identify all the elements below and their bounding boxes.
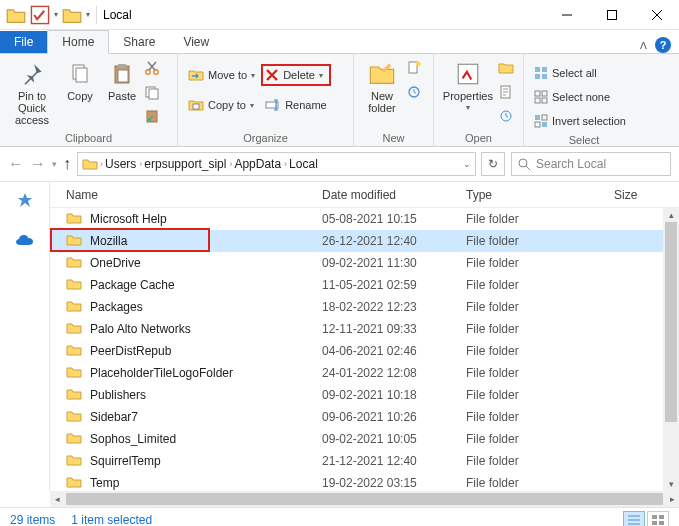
paste-button[interactable]: Paste [102,56,142,102]
minimize-button[interactable] [544,0,589,30]
group-label-select: Select [530,132,638,148]
tab-share[interactable]: Share [109,31,169,53]
details-view-button[interactable] [623,511,645,527]
table-row[interactable]: Package Cache11-05-2021 02:59File folder [50,274,679,296]
table-row[interactable]: Microsoft Help05-08-2021 10:15File folde… [50,208,679,230]
file-type: File folder [466,454,614,468]
table-row[interactable]: OneDrive09-02-2021 11:30File folder [50,252,679,274]
copy-to-icon [188,97,204,113]
file-name: PeerDistRepub [90,344,322,358]
table-row[interactable]: Temp19-02-2022 03:15File folder [50,472,679,491]
file-name: PlaceholderTileLogoFolder [90,366,322,380]
select-all-button[interactable]: Select all [530,62,630,84]
file-date: 04-06-2021 02:46 [322,344,466,358]
maximize-button[interactable] [589,0,634,30]
table-row[interactable]: Packages18-02-2022 12:23File folder [50,296,679,318]
svg-rect-33 [652,515,657,519]
copy-path-icon[interactable] [144,84,164,106]
tab-home[interactable]: Home [47,30,109,54]
qat-dropdown-icon[interactable]: ▾ [54,10,58,19]
invert-selection-button[interactable]: Invert selection [530,110,630,132]
close-button[interactable] [634,0,679,30]
copy-button[interactable]: Copy [60,56,100,102]
help-icon[interactable]: ? [655,37,671,53]
vertical-scrollbar[interactable]: ▴ ▾ [663,208,679,491]
table-row[interactable]: Publishers09-02-2021 10:18File folder [50,384,679,406]
group-label-clipboard: Clipboard [6,130,171,146]
table-row[interactable]: Palo Alto Networks12-11-2021 09:33File f… [50,318,679,340]
new-folder-icon [368,60,396,88]
copy-to-button[interactable]: Copy to▾ [184,94,259,116]
column-date[interactable]: Date modified [322,188,466,202]
file-type: File folder [466,410,614,424]
svg-rect-23 [542,74,547,79]
file-type: File folder [466,388,614,402]
column-type[interactable]: Type [466,188,614,202]
svg-rect-26 [535,98,540,103]
address-bar[interactable]: › Users› erpsupport_sipl› AppData› Local… [77,152,476,176]
scrollbar-thumb[interactable] [66,493,663,505]
file-type: File folder [466,212,614,226]
file-date: 19-02-2022 03:15 [322,476,466,490]
history-icon[interactable] [498,108,517,130]
folder-icon [66,475,84,491]
new-folder-button[interactable]: New folder [360,56,404,114]
table-row[interactable]: Sophos_Limited09-02-2021 10:05File folde… [50,428,679,450]
tab-view[interactable]: View [169,31,223,53]
new-item-icon[interactable] [406,60,426,82]
pin-to-quick-access-button[interactable]: Pin to Quick access [6,56,58,126]
table-row[interactable]: PeerDistRepub04-06-2021 02:46File folder [50,340,679,362]
onedrive-icon[interactable] [15,233,35,250]
scrollbar-thumb[interactable] [665,222,677,422]
column-headers[interactable]: Name Date modified Type Size [50,182,679,208]
forward-button[interactable]: → [30,155,46,173]
copy-icon [66,60,94,88]
scroll-left-icon[interactable]: ◂ [50,494,64,504]
scroll-right-icon[interactable]: ▸ [665,494,679,504]
table-row[interactable]: SquirrelTemp21-12-2021 12:40File folder [50,450,679,472]
paste-shortcut-icon[interactable] [144,108,164,130]
qat-properties-icon[interactable] [30,5,50,25]
properties-icon [454,60,482,88]
search-input[interactable]: Search Local [511,152,671,176]
recent-locations-button[interactable]: ▾ [52,159,57,169]
easy-access-icon[interactable] [406,84,426,106]
table-row[interactable]: Mozilla26-12-2021 12:40File folder [50,230,679,252]
navigation-pane[interactable] [0,182,50,491]
svg-point-15 [416,62,421,67]
edit-icon[interactable] [498,84,517,106]
address-dropdown-icon[interactable]: ⌄ [463,159,471,169]
ribbon-tabs: File Home Share View ᐱ ? [0,30,679,54]
back-button[interactable]: ← [8,155,24,173]
scroll-up-icon[interactable]: ▴ [663,208,679,222]
move-to-button[interactable]: Move to▾ [184,64,259,86]
file-type: File folder [466,256,614,270]
tab-file[interactable]: File [0,31,47,53]
delete-button[interactable]: Delete▾ [261,64,331,86]
svg-point-7 [146,70,150,74]
svg-point-32 [519,159,527,167]
table-row[interactable]: Sidebar709-06-2021 10:26File folder [50,406,679,428]
collapse-ribbon-icon[interactable]: ᐱ [640,40,647,51]
rename-button[interactable]: Rename [261,94,331,116]
refresh-button[interactable]: ↻ [481,152,505,176]
thumbnails-view-button[interactable] [647,511,669,527]
horizontal-scrollbar[interactable]: ◂ ▸ [50,491,679,507]
column-name[interactable]: Name [66,188,322,202]
folder-icon [66,365,84,381]
group-label-organize: Organize [184,130,347,146]
svg-rect-25 [542,91,547,96]
file-type: File folder [466,344,614,358]
open-icon[interactable] [498,60,517,82]
quick-access-icon[interactable] [16,192,34,213]
qat-dropdown-icon[interactable]: ▾ [86,10,90,19]
invert-selection-icon [534,114,548,128]
properties-button[interactable]: Properties ▾ [440,56,496,113]
column-size[interactable]: Size [614,188,674,202]
table-row[interactable]: PlaceholderTileLogoFolder24-01-2022 12:0… [50,362,679,384]
cut-icon[interactable] [144,60,164,82]
scroll-down-icon[interactable]: ▾ [663,477,679,491]
select-none-button[interactable]: Select none [530,86,630,108]
file-name: Temp [90,476,322,490]
up-button[interactable]: ↑ [63,155,71,173]
